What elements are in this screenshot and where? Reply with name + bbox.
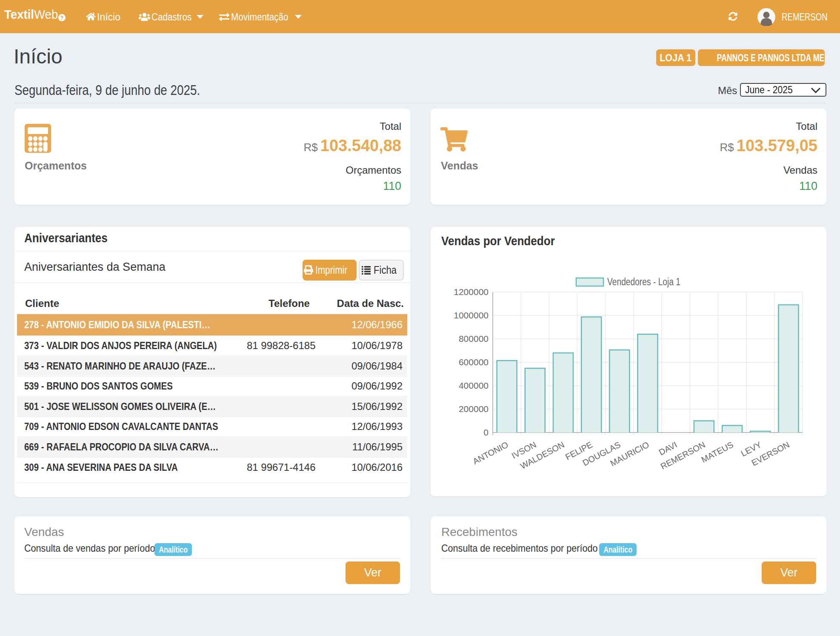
svg-text:200000: 200000	[459, 404, 489, 414]
svg-text:600000: 600000	[459, 357, 489, 367]
svg-text:1200000: 1200000	[454, 287, 489, 297]
svg-text:?: ?	[60, 15, 63, 21]
svg-text:Vendedores - Loja 1: Vendedores - Loja 1	[607, 276, 680, 287]
svg-text:0: 0	[483, 427, 489, 437]
svg-text:400000: 400000	[459, 381, 489, 390]
svg-text:1000000: 1000000	[454, 310, 489, 320]
svg-text:800000: 800000	[459, 334, 489, 344]
svg-text:ANTONIO: ANTONIO	[471, 440, 509, 466]
svg-text:MATEUS: MATEUS	[700, 440, 735, 464]
